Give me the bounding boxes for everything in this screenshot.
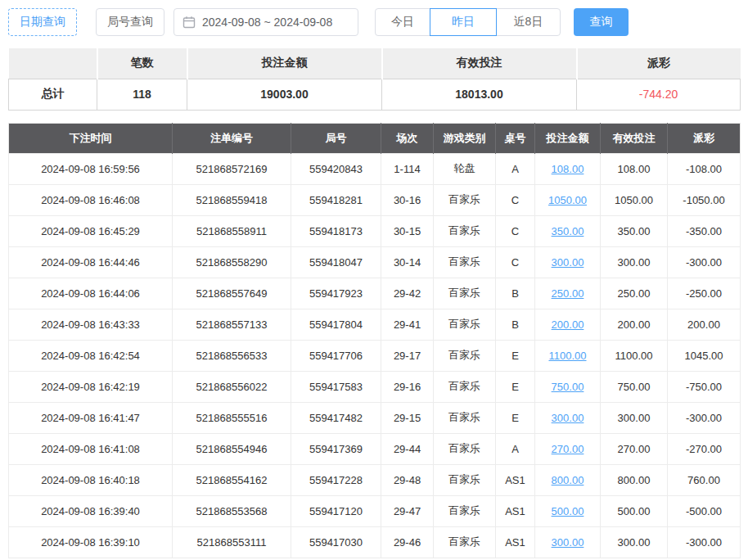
cell-time: 2024-09-08 16:42:54 [9,340,173,371]
cell-game: 百家乐 [434,309,496,340]
cell-bet-no: 521868559418 [173,184,291,215]
cell-table-no: A [496,153,535,184]
cell-payout: 760.00 [668,464,741,495]
cell-bet-amount: 350.00 [535,215,601,246]
cell-bet-no: 521868555516 [173,402,291,433]
cell-valid-bet: 1050.00 [601,184,668,215]
cell-valid-bet: 250.00 [601,278,668,309]
cell-bet-no: 521868553568 [173,495,291,526]
cell-round-no: 559418281 [291,184,381,215]
summary-valid-bet: 18013.00 [382,79,577,110]
col-header-table-no: 桌号 [496,123,535,153]
yesterday-button[interactable]: 昨日 [430,8,497,36]
cell-time: 2024-09-08 16:42:19 [9,371,173,402]
today-button[interactable]: 今日 [375,8,430,36]
cell-time: 2024-09-08 16:45:29 [9,215,173,246]
cell-session: 29-46 [381,526,434,558]
bet-amount-link[interactable]: 750.00 [552,381,584,393]
table-row: 2024-09-08 16:42:54521868556533559417706… [9,340,741,371]
cell-session: 30-16 [381,184,434,215]
round-query-button[interactable]: 局号查询 [96,8,164,36]
table-row: 2024-09-08 16:42:19521868556022559417583… [9,371,741,402]
bet-amount-link[interactable]: 300.00 [552,256,584,269]
date-range-input[interactable]: 2024-09-08 ~ 2024-09-08 [173,8,358,36]
table-row: 2024-09-08 16:44:06521868557649559417923… [9,278,741,309]
cell-bet-amount: 750.00 [535,371,601,402]
cell-session: 29-16 [381,371,434,402]
cell-payout: -300.00 [668,402,741,433]
bet-amount-link[interactable]: 1050.00 [548,194,587,206]
search-button[interactable]: 查询 [574,8,629,36]
bet-amount-link[interactable]: 500.00 [552,505,584,517]
cell-valid-bet: 750.00 [601,371,668,402]
cell-valid-bet: 108.00 [601,153,668,184]
cell-bet-no: 521868557133 [173,309,291,340]
bet-amount-link[interactable]: 300.00 [552,412,584,424]
summary-bet-amount: 19003.00 [187,79,382,110]
cell-session: 29-44 [381,433,434,464]
cell-bet-no: 521868554946 [173,433,291,464]
cell-time: 2024-09-08 16:46:08 [9,184,173,215]
table-row: 2024-09-08 16:43:33521868557133559417804… [9,309,741,340]
cell-bet-amount: 270.00 [535,433,601,464]
cell-bet-no: 521868556022 [173,371,291,402]
cell-time: 2024-09-08 16:40:18 [9,464,173,495]
cell-table-no: C [496,215,535,246]
cell-round-no: 559420843 [291,153,381,184]
cell-bet-no: 521868558911 [173,215,291,246]
cell-valid-bet: 800.00 [601,464,668,495]
cell-payout: -300.00 [668,526,741,558]
bet-amount-link[interactable]: 200.00 [552,318,584,331]
cell-bet-no: 521868572169 [173,153,291,184]
cell-session: 30-15 [381,215,434,246]
cell-time: 2024-09-08 16:59:56 [9,153,173,184]
cell-time: 2024-09-08 16:43:33 [9,309,173,340]
bet-amount-link[interactable]: 108.00 [552,163,584,175]
cell-game: 轮盘 [434,153,496,184]
table-row: 2024-09-08 16:41:08521868554946559417369… [9,433,741,464]
table-row: 2024-09-08 16:45:29521868558911559418173… [9,215,741,246]
cell-round-no: 559418173 [291,215,381,246]
cell-session: 29-15 [381,402,434,433]
cell-bet-amount: 300.00 [535,402,601,433]
cell-bet-amount: 1100.00 [535,340,601,371]
cell-session: 29-41 [381,309,434,340]
cell-game: 百家乐 [434,433,496,464]
cell-game: 百家乐 [434,215,496,246]
bet-amount-link[interactable]: 250.00 [552,287,584,300]
cell-payout: -108.00 [668,153,741,184]
cell-game: 百家乐 [434,340,496,371]
summary-header-payout: 派彩 [577,48,741,79]
calendar-icon [182,16,196,29]
bet-amount-link[interactable]: 350.00 [552,225,584,237]
table-row: 2024-09-08 16:40:18521868554162559417228… [9,464,741,495]
date-query-button[interactable]: 日期查询 [8,8,77,36]
cell-valid-bet: 270.00 [601,433,668,464]
bet-amount-link[interactable]: 800.00 [552,474,584,486]
cell-round-no: 559417923 [291,278,381,309]
cell-round-no: 559417706 [291,340,381,371]
cell-round-no: 559418047 [291,246,381,278]
bet-amount-link[interactable]: 1100.00 [548,350,586,362]
cell-session: 29-17 [381,340,434,371]
cell-payout: 1045.00 [668,340,741,371]
summary-header-count: 笔数 [97,48,187,79]
col-header-round-no: 局号 [291,123,381,153]
cell-round-no: 559417583 [291,371,381,402]
cell-round-no: 559417228 [291,464,381,495]
cell-bet-no: 521868554162 [173,464,291,495]
cell-bet-amount: 300.00 [535,526,601,558]
cell-bet-no: 521868553111 [173,526,291,558]
bet-amount-link[interactable]: 300.00 [552,536,584,549]
last8days-button[interactable]: 近8日 [496,8,561,36]
cell-valid-bet: 350.00 [601,215,668,246]
summary-table: 笔数 投注金额 有效投注 派彩 总计 118 19003.00 18013.00… [8,48,741,111]
cell-payout: -750.00 [668,371,741,402]
cell-payout: 200.00 [668,309,741,340]
col-header-payout: 派彩 [668,123,741,153]
col-header-game: 游戏类别 [434,123,496,153]
cell-session: 1-114 [381,153,434,184]
cell-table-no: E [496,340,535,371]
date-range-value: 2024-09-08 ~ 2024-09-08 [202,16,332,29]
bet-amount-link[interactable]: 270.00 [552,443,584,455]
